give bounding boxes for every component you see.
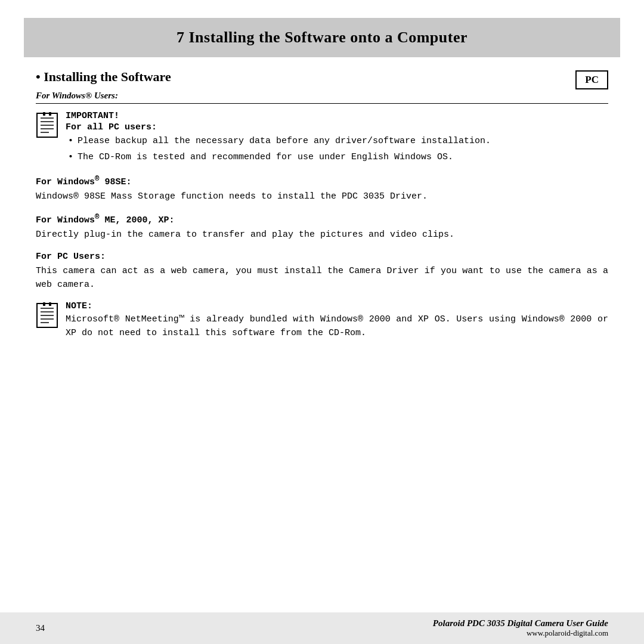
note-block: NOTE: Microsoft® NetMeeting™ is already … (36, 301, 608, 340)
footer-url: www.polaroid-digital.com (433, 628, 608, 638)
important-bullet-1: Please backup all the necessary data bef… (66, 135, 608, 148)
important-content: IMPORTANT! For all PC users: Please back… (66, 111, 608, 166)
svg-rect-15 (49, 302, 51, 306)
svg-rect-14 (43, 302, 45, 306)
winme-section: For Windows® ME, 2000, XP: Directly plug… (36, 213, 608, 242)
svg-rect-7 (49, 112, 51, 116)
important-title: IMPORTANT! (66, 111, 608, 121)
footer-title: Polaroid PDC 3035 Digital Camera User Gu… (433, 618, 608, 628)
page-footer: 34 Polaroid PDC 3035 Digital Camera User… (0, 612, 644, 644)
important-icon (36, 112, 58, 138)
win98-title: For Windows® 98SE: (36, 175, 608, 187)
important-sublabel: For all PC users: (66, 122, 608, 132)
subtitle-line: For Windows® Users: (36, 91, 608, 104)
section-title-row: • Installing the Software PC (36, 69, 608, 89)
note-icon (36, 302, 58, 329)
note-body: Microsoft® NetMeeting™ is already bundle… (66, 312, 608, 340)
main-content: • Installing the Software PC For Windows… (0, 57, 644, 612)
section-title: • Installing the Software (36, 69, 171, 85)
page-header: 7 Installing the Software onto a Compute… (24, 18, 620, 57)
svg-rect-6 (43, 112, 45, 116)
win98-body: Windows® 98SE Mass Storage function need… (36, 190, 608, 203)
note-content: NOTE: Microsoft® NetMeeting™ is already … (66, 301, 608, 340)
bullet-symbol: • (36, 69, 44, 84)
important-bullet-list: Please backup all the necessary data bef… (66, 135, 608, 164)
footer-page-number: 34 (36, 623, 45, 633)
pcusers-body: This camera can act as a web camera, you… (36, 264, 608, 292)
winme-title: For Windows® ME, 2000, XP: (36, 213, 608, 225)
page: 7 Installing the Software onto a Compute… (0, 0, 644, 644)
important-bullet-2: The CD-Rom is tested and recommended for… (66, 151, 608, 165)
win98-section: For Windows® 98SE: Windows® 98SE Mass St… (36, 175, 608, 203)
important-block: IMPORTANT! For all PC users: Please back… (36, 111, 608, 166)
subtitle-text: For Windows® Users: (36, 91, 118, 100)
pc-badge: PC (575, 70, 608, 89)
note-title: NOTE: (66, 301, 608, 311)
footer-right: Polaroid PDC 3035 Digital Camera User Gu… (433, 618, 608, 638)
page-title: 7 Installing the Software onto a Compute… (60, 29, 584, 47)
pcusers-section: For PC Users: This camera can act as a w… (36, 252, 608, 292)
section-title-text: Installing the Software (44, 69, 171, 84)
winme-body: Directly plug-in the camera to transfer … (36, 228, 608, 242)
pcusers-title: For PC Users: (36, 252, 608, 262)
